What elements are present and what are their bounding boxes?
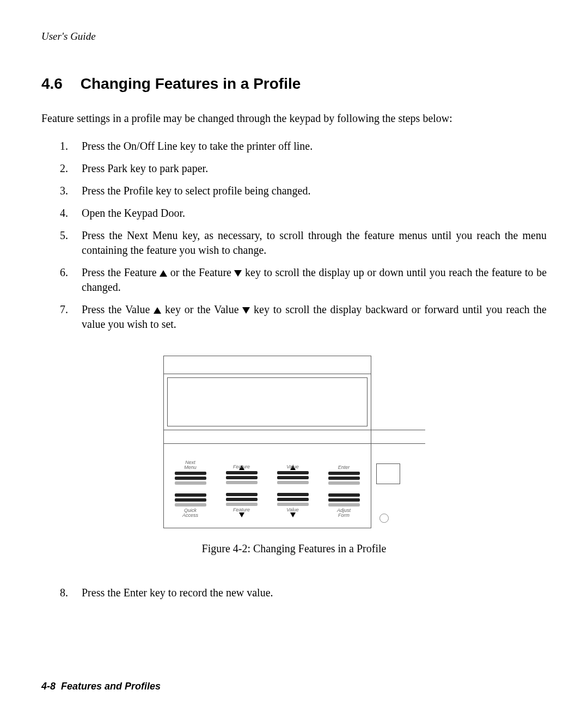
step-text: Press the Profile key to select profile … (82, 184, 547, 198)
step-item: 3. Press the Profile key to select profi… (60, 184, 547, 198)
step-text: Press the Value key or the Value key to … (82, 302, 547, 332)
step-text: Press Park key to park paper. (82, 161, 547, 176)
section-title: Changing Features in a Profile (81, 75, 301, 92)
key-label-top: Enter (328, 459, 360, 470)
step-item: 7. Press the Value key or the Value key … (60, 302, 547, 332)
step-list: 1. Press the On/Off Line key to take the… (60, 139, 547, 332)
triangle-down-icon (242, 307, 250, 314)
figure-caption: Figure 4-2: Changing Features in a Profi… (41, 542, 547, 555)
key-label-top: NextMenu (175, 459, 206, 470)
section-number: 4.6 (41, 75, 76, 93)
keypad-column: Enter AdjustForm (328, 459, 360, 518)
step-item: 2. Press Park key to park paper. (60, 161, 547, 176)
key-label-top: Value (277, 465, 309, 469)
step-list-continued: 8. Press the Enter key to record the new… (60, 587, 547, 599)
side-button (376, 463, 400, 484)
step-text: Press the On/Off Line key to take the pr… (82, 139, 547, 154)
running-header: User's Guide (41, 30, 547, 42)
footer-section: Features and Profiles (61, 681, 161, 692)
step-item: 6. Press the Feature or the Feature key … (60, 265, 547, 295)
keypad-side-panel (371, 356, 425, 523)
key-label-top: Feature (226, 465, 258, 469)
section-heading: 4.6 Changing Features in a Profile (41, 75, 547, 93)
page-number: 4-8 (41, 681, 56, 692)
key-label-bottom: Value (277, 508, 309, 512)
page-footer: 4-8 Features and Profiles (41, 681, 161, 692)
keypad-illustration: NextMenu QuickAccess Feature (163, 356, 371, 528)
step-text: Press the Feature or the Feature key to … (82, 265, 547, 295)
step-number: 6. (60, 265, 82, 295)
step-number: 2. (60, 161, 82, 176)
keypad-column: Value Value (277, 459, 309, 518)
key-label-bottom: Feature (226, 508, 258, 512)
step-text: Open the Keypad Door. (82, 206, 547, 221)
step-number: 8. (60, 587, 82, 599)
step-item: 4. Open the Keypad Door. (60, 206, 547, 221)
step-text-part: Press the Feature (82, 266, 160, 278)
triangle-up-icon (154, 307, 161, 314)
step-text-part: key or the Value (161, 303, 242, 315)
step-text: Press the Enter key to record the new va… (82, 587, 273, 599)
keypad-column: NextMenu QuickAccess (175, 459, 206, 518)
step-item: 8. Press the Enter key to record the new… (60, 587, 547, 599)
led-icon (379, 514, 389, 523)
triangle-down-icon (234, 270, 242, 277)
step-number: 1. (60, 139, 82, 154)
step-text: Press the Next Menu key, as necessary, t… (82, 228, 547, 258)
keypad-column: Feature Feature (226, 459, 258, 518)
step-number: 3. (60, 184, 82, 198)
step-number: 5. (60, 228, 82, 258)
keypad-display (167, 377, 367, 426)
figure: NextMenu QuickAccess Feature (41, 356, 547, 555)
step-text-part: Press the Value (82, 303, 154, 315)
step-number: 4. (60, 206, 82, 221)
step-item: 1. Press the On/Off Line key to take the… (60, 139, 547, 154)
step-item: 5. Press the Next Menu key, as necessary… (60, 228, 547, 258)
triangle-up-icon (160, 270, 167, 277)
step-number: 7. (60, 302, 82, 332)
key-label-bottom: AdjustForm (328, 508, 360, 518)
intro-paragraph: Feature settings in a profile may be cha… (41, 111, 547, 126)
triangle-down-icon (239, 512, 244, 517)
page: User's Guide 4.6 Changing Features in a … (0, 0, 588, 714)
key-label-bottom: QuickAccess (175, 508, 206, 518)
step-text-part: or the Feature (167, 266, 234, 278)
triangle-down-icon (290, 512, 296, 517)
